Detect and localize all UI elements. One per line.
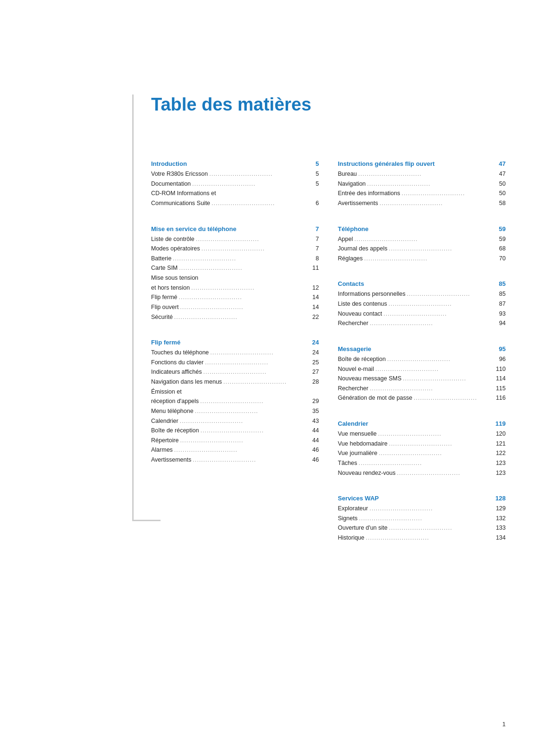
toc-entry-dots: .............................. <box>359 514 494 524</box>
section-header: Téléphone <box>338 225 369 232</box>
toc-entry: Flip ouvert ............................… <box>151 302 319 312</box>
toc-entry-label: Nouveau message SMS <box>338 374 402 384</box>
section-header-row: Messagerie95 <box>338 337 506 353</box>
toc-entry-page: 70 <box>495 254 506 264</box>
toc-entry-label: Alarmes <box>151 445 173 455</box>
toc-entry-page: 44 <box>309 426 319 436</box>
toc-entry-dots: .............................. <box>193 455 307 465</box>
section-number: 7 <box>315 225 319 232</box>
toc-entry-dots: .............................. <box>191 283 307 293</box>
toc-entry: Alarmes ..............................46 <box>151 445 319 455</box>
toc-entry-dots: .............................. <box>202 244 307 254</box>
toc-entry-label: Liste des contenus <box>338 299 387 309</box>
toc-entry-label: Vue mensuelle <box>338 429 377 439</box>
toc-entry-dots: .............................. <box>366 533 494 543</box>
toc-entry-dots: .............................. <box>209 169 307 179</box>
toc-entry-dots: .............................. <box>180 436 307 446</box>
toc-entry-label: Fonctions du clavier <box>151 358 203 368</box>
toc-entry-label: Vue journalière <box>338 448 378 458</box>
toc-entry-label: Indicateurs affichés <box>151 367 202 377</box>
toc-entry-dots: .............................. <box>205 358 307 368</box>
toc-entry-dots: .............................. <box>354 234 494 244</box>
toc-entry-page: 25 <box>309 358 319 368</box>
toc-entry-label: Rechercher <box>338 318 369 328</box>
section-header: Services WAP <box>338 495 379 502</box>
toc-entry: Vue hebdomadaire .......................… <box>338 439 506 449</box>
toc-entry: Appel ..............................59 <box>338 234 506 244</box>
toc-entry-label: Entrée des informations <box>338 189 400 198</box>
toc-entry-page: 12 <box>309 283 319 293</box>
toc-entry-page: 121 <box>495 439 506 449</box>
toc-entry-dots: .............................. <box>380 198 494 208</box>
toc-entry: Liste de contrôle ......................… <box>151 234 319 244</box>
toc-entry: Boîte de réception .....................… <box>151 426 319 436</box>
toc-entry-label: Nouveau contact <box>338 309 382 319</box>
toc-entry-page: 8 <box>309 254 319 264</box>
toc-entry-page: 43 <box>309 416 319 426</box>
section-header: Messagerie <box>338 345 372 352</box>
toc-entry-dots: .............................. <box>370 384 494 394</box>
toc-entry: et hors tension ........................… <box>151 283 319 293</box>
section-header-row: Mise en service du téléphone7 <box>151 217 319 233</box>
section-header-row: Flip fermé24 <box>151 330 319 347</box>
toc-entry-page: 116 <box>495 393 506 403</box>
toc-entry-page: 29 <box>309 396 319 406</box>
toc-entry-label: Mise sous tension <box>151 273 198 283</box>
toc-entry-page: 123 <box>495 468 506 478</box>
toc-entry-page: 27 <box>309 367 319 377</box>
toc-entry: Nouveau rendez-vous ....................… <box>338 468 506 478</box>
toc-entry-dots: .............................. <box>364 254 494 264</box>
section-header-row: Instructions générales flip ouvert47 <box>338 152 506 168</box>
section-header-row: Introduction5 <box>151 152 319 168</box>
toc-entry-label: Explorateur <box>338 504 368 514</box>
toc-entry-page: 120 <box>495 429 506 439</box>
section-header: Calendrier <box>338 420 368 427</box>
toc-entry: Nouveau contact ........................… <box>338 309 506 319</box>
toc-entry: Mise sous tension <box>151 273 319 283</box>
toc-entry-dots: .............................. <box>173 254 307 264</box>
toc-entry-page: 114 <box>495 374 506 384</box>
toc-entry-dots: .............................. <box>389 299 494 309</box>
toc-entry: Navigation .............................… <box>338 179 506 189</box>
toc-entry: Fonctions du clavier ...................… <box>151 358 319 368</box>
toc-entry: Flip fermé .............................… <box>151 292 319 302</box>
toc-entry-page: 129 <box>495 504 506 514</box>
toc-entry-page: 28 <box>309 377 319 387</box>
toc-entry-label: Vue hebdomadaire <box>338 439 388 449</box>
toc-entry-label: Signets <box>338 514 358 524</box>
toc-entry-dots: .............................. <box>370 318 494 328</box>
toc-entry-dots: .............................. <box>375 364 494 374</box>
section-number: 95 <box>499 345 506 352</box>
section-header: Instructions générales flip ouvert <box>338 160 435 167</box>
toc-entry-label: Boîte de réception <box>151 426 199 436</box>
toc-entry-label: Informations personnelles <box>338 289 406 299</box>
toc-entry: Menu téléphone .........................… <box>151 406 319 416</box>
toc-entry-page: 24 <box>309 348 319 358</box>
toc-entry: Vue journalière ........................… <box>338 448 506 458</box>
toc-entry-page: 132 <box>495 514 506 524</box>
toc-entry-page: 87 <box>495 299 506 309</box>
toc-entry-dots: .............................. <box>383 309 494 319</box>
section-number: 119 <box>495 420 506 427</box>
toc-entry-dots: .............................. <box>369 504 494 514</box>
toc-entry-page: 5 <box>309 179 319 189</box>
toc-entry-label: Nouveau rendez-vous <box>338 468 396 478</box>
toc-entry: CD-ROM Informations et <box>151 189 319 198</box>
toc-entry-label: Ouverture d'un site <box>338 523 388 533</box>
toc-entry-page: 110 <box>495 364 506 374</box>
section-number: 47 <box>499 160 506 167</box>
toc-entry: Rechercher .............................… <box>338 384 506 394</box>
toc-entry: Boîte de réception .....................… <box>338 354 506 364</box>
toc-entry-page: 59 <box>495 234 506 244</box>
toc-entry: Communications Suite ...................… <box>151 198 319 208</box>
toc-entry: Calendrier .............................… <box>151 416 319 426</box>
toc-entry-dots: .............................. <box>180 302 307 312</box>
toc-entry-label: Carte SIM <box>151 263 178 273</box>
section-header-row: Calendrier119 <box>338 412 506 428</box>
toc-entry: Explorateur ............................… <box>338 504 506 514</box>
section-header: Introduction <box>151 160 187 167</box>
toc-entry-dots: .............................. <box>210 348 307 358</box>
toc-entry-label: Batterie <box>151 254 171 264</box>
toc-entry: Avertissements .........................… <box>338 198 506 208</box>
section-header: Mise en service du téléphone <box>151 225 237 232</box>
